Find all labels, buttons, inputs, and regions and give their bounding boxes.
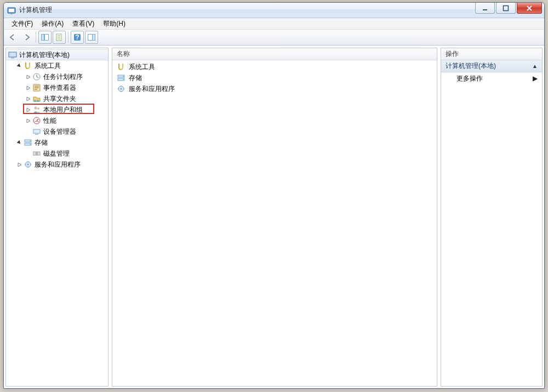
svg-point-34 (123, 79, 124, 80)
console-tree[interactable]: 计算机管理(本地) 系统工具 任务计划程序 (6, 48, 108, 171)
svg-rect-12 (9, 52, 16, 57)
maximize-button[interactable] (496, 3, 516, 14)
expander-icon[interactable] (25, 117, 31, 124)
list-item-label: 存储 (129, 73, 142, 83)
tree-node-label: 任务计划程序 (43, 72, 83, 82)
menu-help[interactable]: 帮助(H) (99, 18, 130, 30)
tree-node-label: 事件查看器 (43, 83, 76, 93)
minimize-button[interactable] (475, 3, 495, 14)
computer-icon (8, 50, 17, 59)
svg-point-33 (123, 76, 124, 77)
expander-icon[interactable] (16, 161, 22, 168)
list-item-label: 系统工具 (129, 63, 155, 72)
tree-node-system-tools[interactable]: 系统工具 (6, 60, 108, 71)
window-title: 计算机管理 (19, 5, 52, 15)
tree-node-root[interactable]: 计算机管理(本地) (6, 49, 108, 60)
performance-icon (32, 116, 41, 125)
tools-icon (24, 61, 32, 70)
toolbar-separator (68, 32, 68, 43)
svg-rect-13 (11, 58, 14, 59)
tree-node-label: 服务和应用程序 (35, 160, 81, 169)
svg-rect-11 (93, 35, 95, 41)
tree-node-event-viewer[interactable]: 事件查看器 (6, 82, 108, 93)
svg-point-17 (37, 100, 39, 102)
svg-point-25 (30, 140, 31, 141)
tree-node-task-scheduler[interactable]: 任务计划程序 (6, 71, 108, 82)
svg-rect-1 (9, 9, 14, 12)
svg-rect-2 (10, 13, 13, 14)
actions-header-label: 操作 (446, 49, 459, 59)
menubar: 文件(F) 操作(A) 查看(V) 帮助(H) (4, 18, 544, 30)
svg-rect-3 (483, 9, 487, 10)
list-item-services-apps[interactable]: 服务和应用程序 (115, 83, 435, 94)
svg-rect-6 (45, 35, 49, 41)
result-list-panel: 名称 系统工具 存储 (112, 48, 437, 387)
svg-rect-21 (33, 129, 40, 133)
column-name: 名称 (117, 49, 130, 59)
show-hide-tree-button[interactable] (38, 31, 52, 44)
actions-more[interactable]: 更多操作 ▶ (441, 72, 542, 84)
expander-icon[interactable] (25, 95, 31, 102)
toolbar: ? (4, 30, 544, 46)
expander-icon[interactable] (25, 73, 31, 80)
actions-group-label: 计算机管理(本地) (446, 61, 496, 71)
expander-icon[interactable] (25, 84, 31, 91)
tree-node-label: 性能 (43, 116, 56, 126)
services-icon (24, 160, 32, 169)
collapse-icon[interactable]: ▲ (532, 63, 538, 69)
storage-icon (117, 73, 125, 82)
svg-point-16 (34, 100, 36, 102)
menu-action[interactable]: 操作(A) (37, 18, 68, 30)
window-controls (475, 3, 544, 14)
tools-icon (117, 63, 125, 71)
svg-point-36 (121, 88, 122, 90)
clock-icon (32, 72, 41, 81)
show-hide-action-pane-button[interactable] (85, 31, 98, 44)
tree-node-performance[interactable]: 性能 (6, 115, 108, 126)
tree-node-label: 设备管理器 (43, 127, 76, 137)
tree-node-label: 磁盘管理 (43, 149, 70, 158)
svg-point-30 (27, 164, 29, 166)
actions-header: 操作 (441, 48, 542, 60)
menu-view[interactable]: 查看(V) (68, 18, 99, 30)
svg-point-26 (30, 144, 31, 145)
actions-panel: 操作 计算机管理(本地) ▲ 更多操作 ▶ (441, 48, 543, 387)
list-item-system-tools[interactable]: 系统工具 (115, 61, 435, 72)
expander-icon[interactable] (16, 63, 22, 69)
help-button[interactable]: ? (71, 31, 84, 44)
tree-node-label: 计算机管理(本地) (19, 50, 70, 60)
svg-point-28 (36, 152, 38, 155)
shared-folder-icon (32, 94, 41, 103)
toolbar-separator (36, 32, 36, 43)
properties-button[interactable] (53, 31, 66, 44)
disk-icon (32, 149, 41, 158)
actions-more-label: 更多操作 (456, 74, 483, 83)
chevron-right-icon: ▶ (533, 75, 538, 82)
tree-node-services-apps[interactable]: 服务和应用程序 (6, 159, 108, 170)
event-log-icon (32, 83, 41, 92)
close-button[interactable] (517, 3, 542, 14)
list-body[interactable]: 系统工具 存储 服务和应用程序 (112, 60, 437, 95)
computer-management-window: 计算机管理 文件(F) 操作(A) 查看(V) 帮助(H) (3, 2, 545, 389)
tree-node-storage[interactable]: 存储 (6, 137, 108, 148)
expander-icon[interactable] (16, 139, 22, 146)
svg-rect-22 (35, 134, 38, 135)
list-item-storage[interactable]: 存储 (115, 72, 435, 83)
tree-node-device-manager[interactable]: 设备管理器 (6, 126, 108, 137)
forward-button[interactable] (20, 31, 33, 44)
tree-node-label: 存储 (35, 138, 48, 147)
list-item-label: 服务和应用程序 (129, 84, 175, 94)
actions-group-title[interactable]: 计算机管理(本地) ▲ (441, 60, 542, 72)
list-column-header[interactable]: 名称 (112, 48, 437, 60)
svg-rect-5 (42, 35, 44, 41)
menu-file[interactable]: 文件(F) (7, 18, 37, 30)
highlight-box (23, 104, 94, 114)
back-button[interactable] (6, 31, 19, 44)
titlebar[interactable]: 计算机管理 (4, 3, 544, 18)
app-icon (7, 6, 16, 15)
tree-node-disk-management[interactable]: 磁盘管理 (6, 148, 108, 159)
services-icon (117, 84, 125, 93)
device-icon (32, 127, 41, 136)
svg-rect-4 (504, 5, 509, 10)
tree-node-shared-folders[interactable]: 共享文件夹 (6, 93, 108, 104)
